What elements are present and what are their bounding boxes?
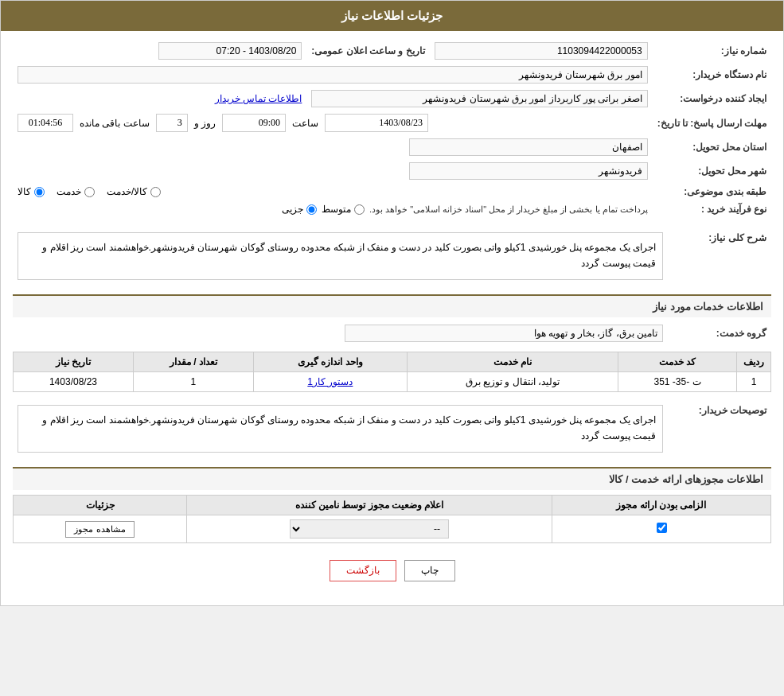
service-group-table: گروه خدمت: [13,321,771,345]
deadline-days-input[interactable] [156,114,188,132]
page-title: جزئیات اطلاعات نیاز [341,9,443,22]
creator-input[interactable] [311,90,647,107]
description-box: اجرای یک مجموعه پنل خورشیدی 1کیلو واتی ب… [18,232,663,280]
service-unit[interactable]: دستور کار1 [253,372,407,392]
category-goods-service-option[interactable]: کالا/خدمت [107,186,161,197]
view-permit-button[interactable]: مشاهده مجوز [65,521,134,538]
permissions-section-header: اطلاعات مجوزهای ارائه خدمت / کالا [13,467,771,490]
creator-contact-link[interactable]: اطلاعات تماس خریدار [215,93,302,104]
deadline-date-input[interactable] [325,114,428,132]
service-code: ت -35- 351 [618,372,737,392]
col-row: ردیف [737,352,771,372]
city-input[interactable] [409,162,648,180]
service-count: 1 [133,372,253,392]
buyer-org-label: نام دستگاه خریدار: [653,63,771,87]
perm-col-required: الزامی بودن ارائه مجوز [552,496,771,515]
main-content: شماره نیاز: تاریخ و ساعت اعلان عمومی: نا… [1,31,783,605]
col-code: کد خدمت [618,352,737,372]
deadline-time-label: ساعت [292,118,318,129]
purchase-type-label: نوع فرآیند خرید : [653,200,771,218]
description-label: شرح کلی نیاز: [668,224,771,288]
buyer-desc-label: توصیحات خریدار: [668,397,771,461]
service-name: تولید، انتقال و توزیع برق [407,372,618,392]
perm-status-select[interactable]: -- [290,519,449,539]
table-row: 1 ت -35- 351 تولید، انتقال و توزیع برق د… [14,372,771,392]
purchase-note: پرداخت تمام یا بخشی از مبلغ خریدار از مح… [369,204,648,215]
announce-date-input[interactable] [158,42,302,60]
perm-col-status: اعلام وضعیت مجوز توسط نامین کننده [187,496,552,515]
perm-status-cell: -- [187,515,552,543]
perm-required-cell [552,515,771,543]
category-service-option[interactable]: خدمت [57,186,95,197]
perm-details-cell: مشاهده مجوز [14,515,187,543]
footer-buttons: چاپ بازگشت [13,548,771,597]
deadline-time-input[interactable] [222,114,286,132]
info-table: شماره نیاز: تاریخ و ساعت اعلان عمومی: نا… [13,39,771,218]
page-header: جزئیات اطلاعات نیاز [1,1,783,31]
buyer-desc-box: اجرای یک مجموعه پنل خورشیدی 1کیلو واتی ب… [18,405,663,453]
page-container: جزئیات اطلاعات نیاز شماره نیاز: تاریخ و … [0,0,784,606]
service-group-label: گروه خدمت: [668,321,771,345]
service-group-input[interactable] [345,325,663,342]
purchase-medium-option[interactable]: متوسط [322,204,365,215]
deadline-remaining-input[interactable] [18,114,73,132]
buyer-desc-table: توصیحات خریدار: اجرای یک مجموعه پنل خورش… [13,397,771,461]
back-button[interactable]: بازگشت [330,560,396,581]
row-number: 1 [737,372,771,392]
deadline-label: مهلت ارسال پاسخ: تا تاریخ: [653,111,771,135]
col-date: تاریخ نیاز [14,352,134,372]
buyer-org-input[interactable] [18,66,648,84]
announce-date-label: تاریخ و ساعت اعلان عمومی: [306,39,429,63]
creator-label: ایجاد کننده درخواست: [653,87,771,111]
order-number-label: شماره نیاز: [653,39,771,63]
col-unit: واحد اندازه گیری [253,352,407,372]
deadline-remaining-label: ساعت باقی مانده [80,118,150,129]
description-table: شرح کلی نیاز: اجرای یک مجموعه پنل خورشید… [13,224,771,288]
order-number-input[interactable] [435,42,648,60]
purchase-partial-option[interactable]: جزیی [282,204,317,215]
province-input[interactable] [409,138,648,156]
print-button[interactable]: چاپ [404,560,455,581]
permissions-table: الزامی بودن ارائه مجوز اعلام وضعیت مجوز … [13,495,771,543]
category-goods-option[interactable]: کالا [18,186,45,197]
province-label: استان محل تحویل: [653,135,771,159]
col-name: نام خدمت [407,352,618,372]
services-table: ردیف کد خدمت نام خدمت واحد اندازه گیری ت… [13,352,771,392]
service-date: 1403/08/23 [14,372,134,392]
city-label: شهر محل تحویل: [653,159,771,183]
deadline-days-label: روز و [194,118,216,129]
perm-required-checkbox[interactable] [657,523,667,533]
category-label: طبقه بندی موضوعی: [653,183,771,200]
col-count: تعداد / مقدار [133,352,253,372]
permission-row: -- مشاهده مجوز [14,515,771,543]
services-section-header: اطلاعات خدمات مورد نیاز [13,294,771,317]
perm-col-details: جزئیات [14,496,187,515]
